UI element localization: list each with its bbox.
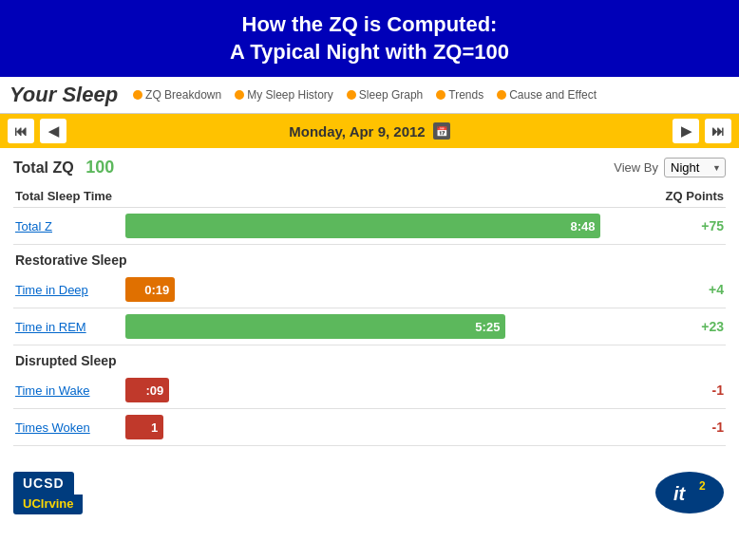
nav-icon-zq xyxy=(133,90,142,100)
bar-times-woken: 1 xyxy=(125,415,163,439)
prev-button[interactable]: ◀ xyxy=(40,119,66,143)
header-line2: A Typical Night with ZQ=100 xyxy=(230,40,509,64)
ucsd-logo-area: UCSD UCIrvine xyxy=(13,472,83,514)
section-disrupted: Disrupted Sleep xyxy=(13,345,726,373)
nav-label-graph: Sleep Graph xyxy=(359,88,423,102)
col-bar-space xyxy=(123,185,655,208)
it2-logo-svg: it 2 xyxy=(640,469,726,516)
section-restorative: Restorative Sleep xyxy=(13,245,726,272)
sleep-table: Total Sleep Time ZQ Points Total Z 8:48 … xyxy=(13,185,726,446)
svg-text:it: it xyxy=(673,483,687,504)
view-by-select[interactable]: Night Week Month xyxy=(664,158,726,177)
zq-points-rem: +23 xyxy=(655,308,726,345)
next-button[interactable]: ▶ xyxy=(673,119,699,143)
bar-container: :09 xyxy=(125,377,654,403)
table-row: Time in Wake :09 -1 xyxy=(13,372,726,409)
nav-icon-graph xyxy=(347,90,356,100)
date-text: Monday, Apr 9, 2012 xyxy=(289,123,425,140)
bar-container: 0:19 xyxy=(125,276,654,303)
nav-label-cause: Cause and Effect xyxy=(509,88,597,102)
svg-text:2: 2 xyxy=(699,479,706,493)
nav-link-sleep-graph[interactable]: Sleep Graph xyxy=(347,88,423,102)
row-label-time-wake[interactable]: Time in Wake xyxy=(13,372,123,409)
date-display: Monday, Apr 9, 2012 📅 xyxy=(72,122,667,140)
nav-icon-history xyxy=(235,90,244,100)
nav-link-trends[interactable]: Trends xyxy=(436,88,483,102)
col-sleep-time: Total Sleep Time xyxy=(13,185,123,208)
bar-cell-rem: 5:25 xyxy=(123,308,655,345)
nav-label-history: My Sleep History xyxy=(247,88,333,102)
nav-link-zq-breakdown[interactable]: ZQ Breakdown xyxy=(133,88,221,102)
nav-link-sleep-history[interactable]: My Sleep History xyxy=(235,88,333,102)
nav-links: ZQ Breakdown My Sleep History Sleep Grap… xyxy=(133,88,730,102)
calendar-icon[interactable]: 📅 xyxy=(433,122,450,140)
total-zq-row: Total ZQ 100 View By Night Week Month xyxy=(13,158,726,177)
zq-points-total-z: +75 xyxy=(655,208,726,245)
bar-time-wake: :09 xyxy=(125,378,169,402)
ucsd-label: UCSD xyxy=(13,472,74,495)
total-zq-value: 100 xyxy=(85,158,114,177)
nav-bar: Your Sleep ZQ Breakdown My Sleep History… xyxy=(0,77,739,114)
table-row: Times Woken 1 -1 xyxy=(13,409,726,446)
bar-container: 1 xyxy=(125,414,654,440)
total-zq-label: Total ZQ xyxy=(13,159,74,176)
next-skip-button[interactable]: ⏭ xyxy=(705,119,731,143)
it2-logo-area: it 2 xyxy=(640,469,726,516)
table-header: Total Sleep Time ZQ Points xyxy=(13,185,726,208)
header-line1: How the ZQ is Computed: xyxy=(242,12,498,36)
view-by-section: View By Night Week Month xyxy=(614,158,726,177)
prev-skip-button[interactable]: ⏮ xyxy=(8,119,34,143)
page-header: How the ZQ is Computed: A Typical Night … xyxy=(0,0,739,77)
zq-points-deep: +4 xyxy=(655,271,726,308)
row-label-times-woken[interactable]: Times Woken xyxy=(13,409,123,446)
table-row: Time in Deep 0:19 +4 xyxy=(13,271,726,308)
uci-label: UCIrvine xyxy=(13,495,83,514)
app-logo: Your Sleep xyxy=(9,83,118,107)
table-row: Total Z 8:48 +75 xyxy=(13,208,726,245)
bar-total-z: 8:48 xyxy=(125,214,600,238)
nav-label-zq: ZQ Breakdown xyxy=(145,88,221,102)
row-label-time-rem[interactable]: Time in REM xyxy=(13,308,123,345)
section-header-restorative: Restorative Sleep xyxy=(13,245,726,272)
bar-container: 5:25 xyxy=(125,313,654,340)
nav-icon-trends xyxy=(436,90,445,100)
nav-link-cause-effect[interactable]: Cause and Effect xyxy=(497,88,597,102)
nav-icon-cause xyxy=(497,90,506,100)
zq-points-woken: -1 xyxy=(655,409,726,446)
date-bar: ⏮ ◀ Monday, Apr 9, 2012 📅 ▶ ⏭ xyxy=(0,114,739,148)
row-label-time-deep[interactable]: Time in Deep xyxy=(13,271,123,308)
view-by-label: View By xyxy=(614,160,658,175)
table-row: Time in REM 5:25 +23 xyxy=(13,308,726,345)
nav-label-trends: Trends xyxy=(448,88,483,102)
bar-cell-wake: :09 xyxy=(123,372,655,409)
row-label-total-z[interactable]: Total Z xyxy=(13,208,123,245)
col-zq-points: ZQ Points xyxy=(655,185,726,208)
bar-container: 8:48 xyxy=(125,213,654,239)
bar-cell-deep: 0:19 xyxy=(123,271,655,308)
section-header-disrupted: Disrupted Sleep xyxy=(13,345,726,373)
bar-cell-woken: 1 xyxy=(123,409,655,446)
zq-points-wake: -1 xyxy=(655,372,726,409)
bar-time-deep: 0:19 xyxy=(125,277,175,302)
bar-cell-total-z: 8:48 xyxy=(123,208,655,245)
view-by-wrapper: Night Week Month xyxy=(664,158,726,177)
bar-time-rem: 5:25 xyxy=(125,314,505,339)
footer: UCSD UCIrvine it 2 xyxy=(0,461,739,520)
total-zq-section: Total ZQ 100 xyxy=(13,158,114,177)
svg-point-0 xyxy=(655,472,724,513)
main-content: Total ZQ 100 View By Night Week Month To… xyxy=(0,148,739,456)
